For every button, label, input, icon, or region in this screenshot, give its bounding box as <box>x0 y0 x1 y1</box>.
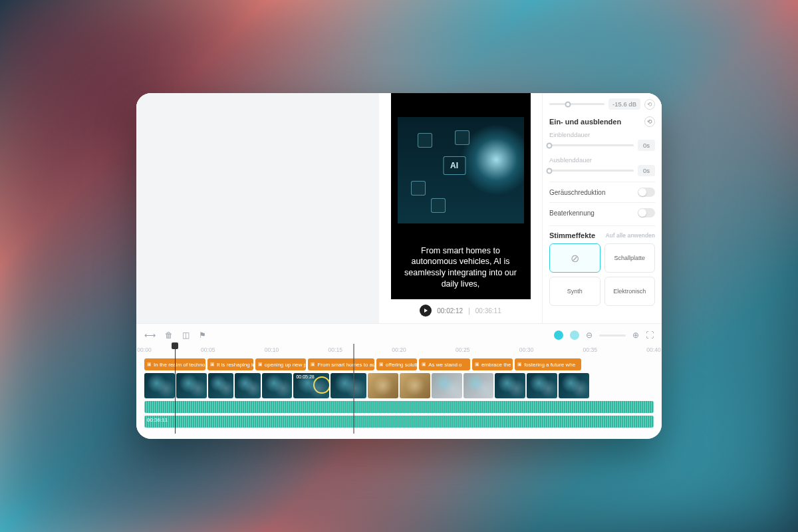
video-clip[interactable] <box>262 373 293 398</box>
magnet-toggle-icon[interactable] <box>570 331 579 340</box>
ruler-tick: 00:00 <box>137 346 151 353</box>
preview-player[interactable]: AI From smart homes to autonomous vehicl… <box>391 93 531 299</box>
ruler-tick: 00:30 <box>519 346 533 353</box>
zoom-in-button[interactable]: ⊕ <box>632 331 639 340</box>
fade-section-title: Ein- und ausblenden <box>549 118 621 126</box>
caption-clip[interactable]: embrace the op <box>472 358 513 370</box>
editor-window: AI From smart homes to autonomous vehicl… <box>136 93 662 439</box>
volume-reset-button[interactable]: ⟲ <box>644 99 655 110</box>
noise-reduction-label: Geräuschreduktion <box>549 189 606 196</box>
ai-badge: AI <box>443 156 466 175</box>
playhead-line <box>175 344 176 434</box>
caption-clip[interactable]: As we stand o <box>419 358 470 370</box>
audio-clip-duration: 00:36:11 <box>147 417 168 423</box>
properties-sidebar: -15.6 dB ⟲ Ein- und ausblenden ⟲ Einblen… <box>542 93 662 323</box>
voice-fx-title: Stimmeffekte <box>549 231 595 239</box>
ruler-tick: 00:20 <box>392 346 406 353</box>
zoom-out-button[interactable]: ⊖ <box>586 331 593 340</box>
video-clip[interactable] <box>559 373 589 398</box>
timecode-total: 00:36:11 <box>475 307 501 315</box>
ruler-tick: 00:25 <box>456 346 469 353</box>
audio-track-2[interactable]: 00:36:11 <box>144 416 654 428</box>
video-clip[interactable]: 00:05:28 <box>293 373 329 398</box>
fit-button[interactable]: ⛶ <box>646 331 654 340</box>
volume-slider[interactable] <box>549 103 604 105</box>
transport-controls: 00:02:12 | 00:36:11 <box>420 299 501 323</box>
caption-track[interactable]: In the realm of technology, tIt is resha… <box>144 358 654 370</box>
video-clip[interactable] <box>331 373 366 398</box>
timecode-current: 00:02:12 <box>437 307 463 315</box>
time-ruler[interactable]: 00:0000:0500:1000:1500:2000:2500:3000:35… <box>144 345 654 357</box>
video-clip[interactable] <box>208 373 233 398</box>
noise-reduction-toggle[interactable] <box>638 188 655 197</box>
fade-in-label: Einblenddauer <box>549 131 655 138</box>
scrub-line <box>353 344 354 434</box>
video-clip[interactable] <box>176 373 207 398</box>
fade-out-value: 0s <box>638 165 655 176</box>
audio-track-1[interactable] <box>144 401 654 413</box>
ruler-tick: 00:35 <box>583 346 597 353</box>
timecode-divider: | <box>468 307 470 315</box>
ruler-tick: 00:15 <box>329 346 342 353</box>
video-track[interactable]: 00:05:28 <box>144 373 654 398</box>
fade-out-label: Ausblenddauer <box>549 156 655 164</box>
caption-clip[interactable]: offering solutions <box>376 358 417 370</box>
snap-toggle-icon[interactable] <box>554 331 563 340</box>
voice-fx-vinyl[interactable]: Schallplatte <box>604 243 656 273</box>
clip-timecode: 00:05:28 <box>296 374 314 379</box>
fade-reset-button[interactable]: ⟲ <box>644 116 655 127</box>
voice-fx-synth[interactable]: Synth <box>549 277 600 306</box>
zoom-slider[interactable] <box>599 334 626 336</box>
overlay-node-icon <box>411 181 426 196</box>
caption-clip[interactable]: It is reshaping indus <box>207 358 253 370</box>
media-panel <box>136 93 379 323</box>
fade-in-value: 0s <box>638 140 655 151</box>
caption-clip[interactable]: opening up new p <box>255 358 307 370</box>
beat-detection-label: Beaterkennung <box>549 209 595 217</box>
tracks-container: In the realm of technology, tIt is resha… <box>144 358 654 428</box>
ruler-tick: 00:05 <box>201 346 215 353</box>
beat-detection-toggle[interactable] <box>638 208 655 217</box>
video-clip[interactable] <box>400 373 430 398</box>
overlay-node-icon <box>418 133 432 148</box>
marker-tool-icon[interactable]: ⚑ <box>199 331 206 340</box>
video-clip[interactable] <box>368 373 398 398</box>
ruler-tick: 00:40 <box>646 346 660 353</box>
video-clip[interactable] <box>464 373 494 398</box>
preview-caption: From smart homes to autonomous vehicles,… <box>399 245 523 291</box>
voice-fx-electronic[interactable]: Elektronisch <box>604 277 656 306</box>
split-tool-icon[interactable]: ⟷ <box>144 331 156 340</box>
caption-clip[interactable]: From smart homes to auton <box>308 358 374 370</box>
volume-readout: -15.6 dB <box>608 98 640 110</box>
fade-out-slider[interactable] <box>549 170 634 172</box>
preview-column: AI From smart homes to autonomous vehicl… <box>379 93 542 323</box>
upper-pane: AI From smart homes to autonomous vehicl… <box>136 93 662 323</box>
overlay-node-icon <box>431 198 446 213</box>
video-clip[interactable] <box>495 373 525 398</box>
video-clip[interactable] <box>527 373 557 398</box>
delete-tool-icon[interactable]: 🗑 <box>165 331 173 340</box>
overlay-node-icon <box>455 130 469 145</box>
video-clip[interactable] <box>432 373 462 398</box>
fade-in-slider[interactable] <box>549 144 634 146</box>
cursor-highlight-icon <box>313 376 329 394</box>
video-clip[interactable] <box>235 373 260 398</box>
crop-tool-icon[interactable]: ◫ <box>182 331 190 340</box>
voice-fx-none[interactable]: ⊘ <box>549 243 600 273</box>
timeline-panel: ⟷ 🗑 ◫ ⚑ ⊖ ⊕ ⛶ 00:0000:0500:1000:1500:200… <box>136 323 662 439</box>
ruler-tick: 00:10 <box>265 346 279 353</box>
play-button[interactable] <box>420 305 432 317</box>
video-clip[interactable] <box>144 373 175 398</box>
voice-fx-hint[interactable]: Auf alle anwenden <box>605 232 655 239</box>
caption-clip[interactable]: fostering a future whe <box>515 358 581 370</box>
